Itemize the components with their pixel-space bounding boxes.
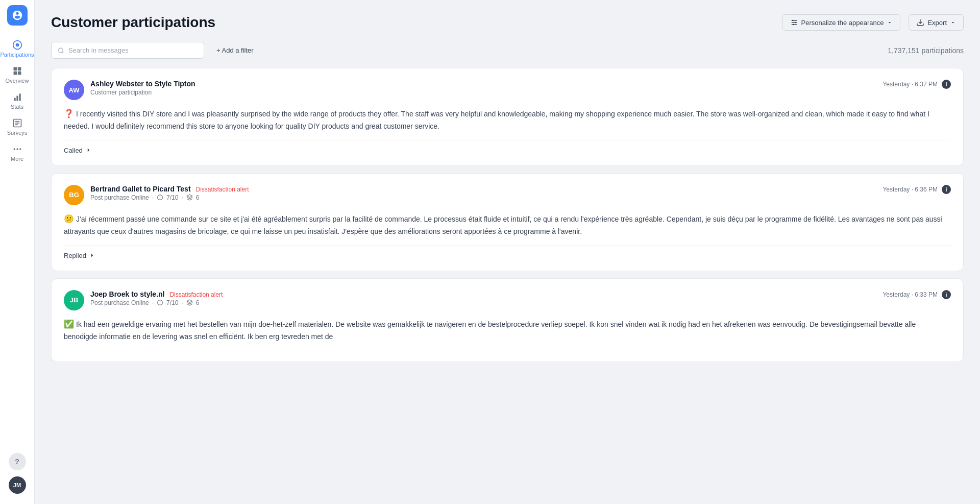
chevron-right-icon-1: [85, 147, 92, 154]
card-meta-1: Yesterday · 6:37 PM i: [883, 80, 951, 89]
app-logo[interactable]: [7, 5, 28, 26]
svg-point-14: [19, 148, 21, 150]
sender-details-2: Bertrand Gallet to Picard Test Dissatisf…: [90, 185, 249, 201]
sender-sub-3: Post purchase Online · 7/10 · 6: [90, 299, 223, 306]
personalize-appearance-label: Personalize the appearance: [801, 19, 884, 27]
timestamp-1: Yesterday · 6:37 PM: [883, 81, 938, 88]
sender-name-2: Bertrand Gallet to Picard Test Dissatisf…: [90, 185, 249, 193]
svg-rect-6: [16, 96, 18, 101]
sender-sub-2: Post purchase Online · 7/10 · 6: [90, 194, 249, 201]
header-actions: Personalize the appearance Export: [782, 14, 964, 31]
sender-info-3: JB Joep Broek to style.nl Dissatisfactio…: [64, 290, 223, 310]
sender-details-3: Joep Broek to style.nl Dissatisfaction a…: [90, 290, 223, 306]
svg-point-13: [16, 148, 18, 150]
sender-sub-1: Customer participation: [90, 89, 195, 96]
dissatisfaction-badge-2: Dissatisfaction alert: [195, 186, 249, 193]
export-button[interactable]: Export: [909, 14, 964, 31]
card-message-1: ❓I recently visited this DIY store and I…: [64, 107, 951, 132]
sender-info-1: AW Ashley Webster to Style Tipton Custom…: [64, 80, 195, 100]
layers-icon-2: [186, 194, 193, 201]
participation-card-2: BG Bertrand Gallet to Picard Test Dissat…: [51, 173, 964, 271]
card-action-2[interactable]: Replied: [64, 252, 951, 259]
sidebar-item-overview[interactable]: Overview: [0, 62, 34, 88]
divider-2: [64, 245, 951, 246]
svg-rect-4: [17, 71, 21, 75]
sidebar-item-more-label: More: [11, 156, 23, 162]
sidebar-item-participations-label: Participations: [0, 52, 34, 58]
sender-info-2: BG Bertrand Gallet to Picard Test Dissat…: [64, 185, 249, 205]
sender-name-3: Joep Broek to style.nl Dissatisfaction a…: [90, 290, 223, 298]
participation-card-1: AW Ashley Webster to Style Tipton Custom…: [51, 68, 964, 166]
svg-point-18: [792, 20, 794, 21]
sidebar-item-surveys[interactable]: Surveys: [0, 114, 34, 140]
main-content: Customer participations Personalize the …: [35, 0, 980, 504]
message-emoji-2: 😕: [64, 214, 74, 223]
user-avatar[interactable]: JM: [9, 476, 26, 494]
sidebar-item-surveys-label: Surveys: [7, 130, 28, 136]
page-title: Customer participations: [51, 14, 215, 31]
sidebar-item-more[interactable]: More: [0, 140, 34, 166]
info-button-3[interactable]: i: [942, 290, 951, 299]
divider-1: [64, 140, 951, 140]
toolbar: + Add a filter 1,737,151 participations: [51, 42, 964, 59]
avatar-3: JB: [64, 290, 84, 310]
message-emoji-3: ✅: [64, 320, 74, 328]
search-icon: [58, 47, 64, 54]
sidebar-item-stats-label: Stats: [11, 104, 23, 110]
add-filter-button[interactable]: + Add a filter: [210, 42, 260, 58]
card-header-3: JB Joep Broek to style.nl Dissatisfactio…: [64, 290, 951, 310]
help-button[interactable]: ?: [9, 453, 26, 470]
search-input[interactable]: [68, 46, 198, 54]
sidebar: Participations Overview Stats Surveys Mo…: [0, 0, 35, 504]
info-button-2[interactable]: i: [942, 185, 951, 194]
svg-point-20: [793, 24, 794, 26]
info-button-1[interactable]: i: [942, 80, 951, 89]
avatar-1: AW: [64, 80, 84, 100]
svg-point-12: [13, 148, 15, 150]
chevron-right-icon-2: [88, 252, 95, 259]
sender-name-1: Ashley Webster to Style Tipton: [90, 80, 195, 88]
svg-rect-1: [13, 67, 17, 71]
card-action-1[interactable]: Called: [64, 147, 951, 154]
sidebar-item-stats[interactable]: Stats: [0, 88, 34, 114]
svg-point-19: [795, 22, 796, 23]
layers-icon-3: [186, 299, 193, 306]
svg-rect-5: [14, 98, 15, 101]
card-header-1: AW Ashley Webster to Style Tipton Custom…: [64, 80, 951, 100]
timestamp-3: Yesterday · 6:33 PM: [883, 291, 938, 298]
svg-line-23: [62, 52, 63, 53]
svg-marker-25: [187, 300, 192, 303]
cards-container: AW Ashley Webster to Style Tipton Custom…: [51, 68, 964, 362]
participation-card-3: JB Joep Broek to style.nl Dissatisfactio…: [51, 278, 964, 362]
search-filter-area: + Add a filter: [51, 42, 260, 59]
timestamp-2: Yesterday · 6:36 PM: [883, 186, 938, 193]
participation-count: 1,737,151 participations: [888, 46, 964, 55]
personalize-appearance-button[interactable]: Personalize the appearance: [782, 14, 901, 31]
svg-rect-3: [13, 71, 17, 75]
export-label: Export: [927, 19, 947, 27]
card-meta-2: Yesterday · 6:36 PM i: [883, 185, 951, 194]
score-icon-3: [157, 299, 163, 306]
page-header: Customer participations Personalize the …: [51, 14, 964, 31]
add-filter-label: + Add a filter: [216, 46, 254, 54]
card-message-2: 😕J'ai récemment passé une commande sur c…: [64, 212, 951, 237]
search-box[interactable]: [51, 42, 204, 59]
avatar-2: BG: [64, 185, 84, 205]
dissatisfaction-badge-3: Dissatisfaction alert: [169, 291, 223, 298]
sidebar-item-participations[interactable]: Participations: [0, 36, 34, 62]
svg-marker-24: [187, 195, 192, 198]
message-emoji-1: ❓: [64, 109, 74, 118]
svg-point-22: [59, 48, 63, 53]
svg-rect-2: [17, 67, 21, 71]
card-header-2: BG Bertrand Gallet to Picard Test Dissat…: [64, 185, 951, 205]
score-icon-2: [157, 194, 163, 201]
card-meta-3: Yesterday · 6:33 PM i: [883, 290, 951, 299]
sender-details-1: Ashley Webster to Style Tipton Customer …: [90, 80, 195, 96]
sidebar-item-overview-label: Overview: [6, 78, 29, 84]
svg-rect-7: [19, 93, 20, 101]
card-message-3: ✅Ik had een geweldige ervaring met het b…: [64, 318, 951, 342]
